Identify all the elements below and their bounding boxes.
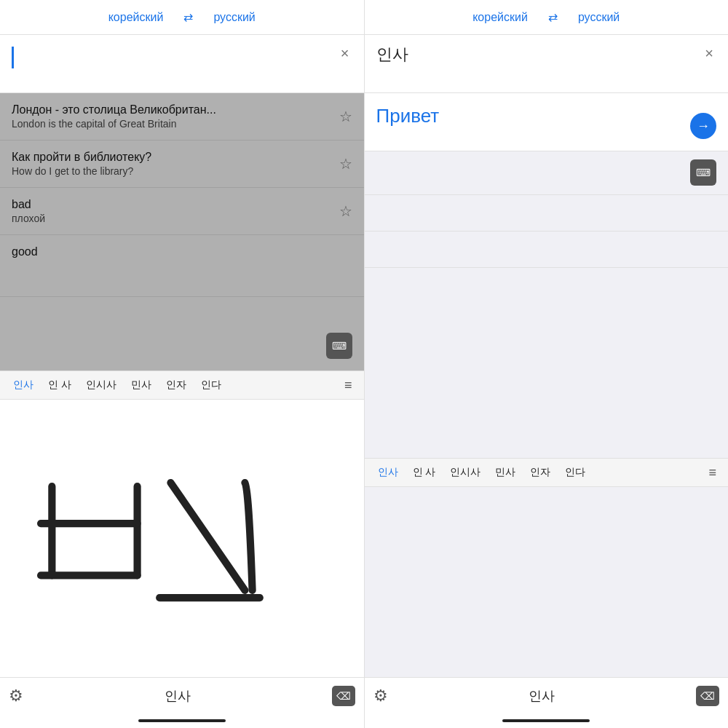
- right-panel: корейский ⇄ русский 인사 × Привет → ⌨ 인사: [365, 0, 729, 728]
- right-bottom-bar: ⚙ 인사 ⌫: [365, 677, 729, 713]
- history-item-1-main: Как пройти в библиотеку?: [12, 151, 333, 164]
- left-suggestions-bar: 인사 인 사 인시사 민사 인자 인다 ≡: [0, 371, 364, 400]
- left-target-lang[interactable]: русский: [199, 8, 269, 27]
- left-handwriting-area[interactable]: [0, 400, 364, 677]
- left-suggestion-4[interactable]: 인자: [159, 376, 194, 395]
- right-output-area: Привет →: [365, 93, 729, 151]
- right-suggestion-5[interactable]: 인다: [558, 463, 593, 482]
- right-header: корейский ⇄ русский: [365, 0, 729, 35]
- history-item-0-star[interactable]: ☆: [339, 108, 352, 125]
- history-item-0-main: Лондон - это столица Великобритан...: [12, 103, 333, 116]
- right-forward-button[interactable]: →: [690, 113, 716, 139]
- right-gear-icon[interactable]: ⚙: [373, 687, 388, 705]
- right-home-bar: [502, 719, 590, 722]
- right-handwriting-area[interactable]: [365, 487, 729, 677]
- right-translation: Привет: [376, 105, 440, 127]
- left-panel: корейский ⇄ русский × Лондон - это столи…: [0, 0, 365, 728]
- right-forward-icon: →: [697, 119, 710, 134]
- left-gear-icon[interactable]: ⚙: [9, 687, 23, 705]
- left-suggestion-5[interactable]: 인다: [194, 376, 229, 395]
- left-suggestion-0[interactable]: 인사: [6, 376, 41, 395]
- right-input-area: 인사 ×: [365, 35, 729, 93]
- left-source-lang[interactable]: корейский: [94, 8, 178, 27]
- left-history-list: Лондон - это столица Великобритан... Lon…: [0, 93, 364, 371]
- right-gray-block-3: [365, 232, 729, 268]
- left-suggestion-1[interactable]: 인 사: [41, 376, 79, 395]
- history-item-2-star[interactable]: ☆: [339, 202, 352, 220]
- right-home-indicator: [365, 713, 729, 728]
- history-item-2[interactable]: bad плохой ☆: [0, 188, 364, 235]
- right-keyboard-icon: ⌨: [696, 167, 711, 178]
- history-item-2-main: bad: [12, 198, 333, 211]
- right-suggestion-1[interactable]: 인 사: [405, 463, 443, 482]
- right-gray-block-4: [365, 268, 729, 458]
- keyboard-icon: ⌨: [332, 340, 347, 352]
- right-gray-block-2: [365, 195, 729, 232]
- right-suggestions-bar: 인사 인 사 인시사 민사 인자 인다 ≡: [365, 458, 729, 487]
- right-backspace-button[interactable]: ⌫: [696, 686, 719, 706]
- history-item-3-main: good: [12, 245, 352, 258]
- left-input-area: ×: [0, 35, 364, 93]
- history-item-1-star[interactable]: ☆: [339, 155, 352, 173]
- right-target-lang[interactable]: русский: [563, 8, 634, 27]
- right-swap-icon[interactable]: ⇄: [542, 7, 563, 27]
- left-backspace-button[interactable]: ⌫: [332, 686, 355, 706]
- history-item-1[interactable]: Как пройти в библиотеку? How do I get to…: [0, 141, 364, 188]
- history-item-2-sub: плохой: [12, 213, 333, 224]
- left-clear-button[interactable]: ×: [338, 45, 352, 62]
- right-gray-block-1: ⌨: [365, 151, 729, 195]
- left-suggestion-2[interactable]: 인시사: [79, 376, 124, 395]
- right-suggestion-2[interactable]: 인시사: [443, 463, 488, 482]
- left-bottom-bar: ⚙ 인사 ⌫: [0, 677, 364, 713]
- history-item-3[interactable]: good: [0, 235, 364, 297]
- history-item-1-sub: How do I get to the library?: [12, 165, 333, 177]
- right-bottom-text: 인사: [388, 687, 697, 705]
- right-suggestion-4[interactable]: 인자: [523, 463, 558, 482]
- history-item-0-sub: London is the capital of Great Britain: [12, 118, 333, 130]
- left-keyboard-button[interactable]: ⌨: [326, 333, 352, 359]
- left-bottom-text: 인사: [23, 687, 332, 705]
- right-keyboard-button[interactable]: ⌨: [690, 159, 716, 186]
- left-home-bar: [138, 719, 226, 722]
- history-item-0[interactable]: Лондон - это столица Великобритан... Lon…: [0, 93, 364, 141]
- left-handwriting-svg: [0, 400, 364, 677]
- cursor: [12, 47, 14, 68]
- right-clear-button[interactable]: ×: [702, 45, 716, 62]
- left-suggestion-3[interactable]: 민사: [124, 376, 159, 395]
- right-backspace-icon: ⌫: [700, 690, 715, 702]
- right-suggestion-3[interactable]: 민사: [488, 463, 523, 482]
- left-suggestions-more[interactable]: ≡: [339, 378, 358, 393]
- right-input-value[interactable]: 인사: [376, 44, 703, 66]
- left-header: корейский ⇄ русский: [0, 0, 364, 35]
- left-home-indicator: [0, 713, 364, 728]
- left-swap-icon[interactable]: ⇄: [178, 7, 199, 27]
- app-container: корейский ⇄ русский × Лондон - это столи…: [0, 0, 728, 728]
- left-backspace-icon: ⌫: [336, 690, 351, 702]
- right-suggestion-0[interactable]: 인사: [371, 463, 405, 482]
- right-source-lang[interactable]: корейский: [458, 8, 542, 27]
- right-suggestions-more[interactable]: ≡: [703, 465, 722, 480]
